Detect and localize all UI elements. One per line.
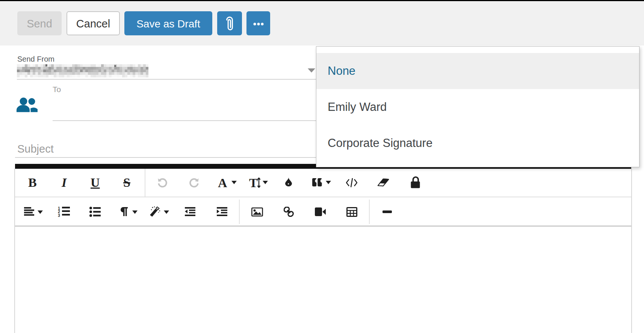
- svg-text:3: 3: [58, 213, 60, 217]
